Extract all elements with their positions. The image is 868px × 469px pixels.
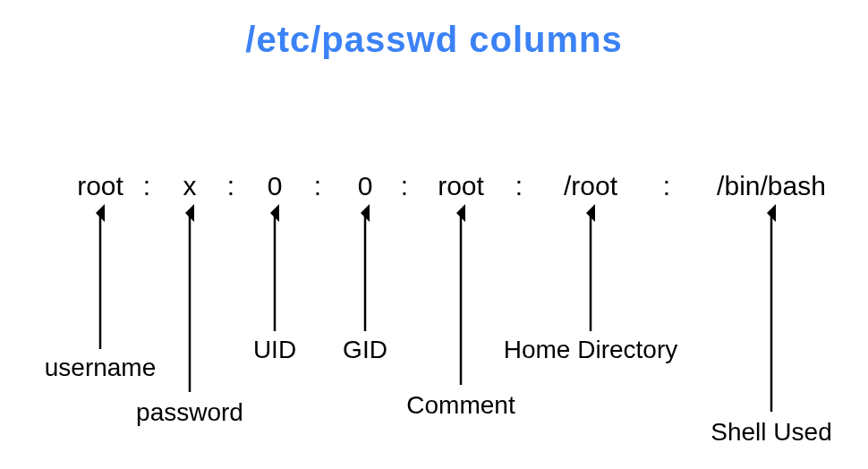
field-uid: 0 xyxy=(268,171,283,200)
passwd-columns-diagram: /etc/passwd columns root : x : 0 : 0 : r… xyxy=(0,0,868,469)
label-shell: Shell Used xyxy=(711,418,831,446)
diagram-title: /etc/passwd columns xyxy=(245,20,622,59)
label-home: Home Directory xyxy=(504,336,677,363)
colon-5: : xyxy=(515,171,523,200)
label-uid: UID xyxy=(253,336,296,363)
field-username: root xyxy=(77,171,123,200)
field-password: x xyxy=(183,171,197,200)
label-comment: Comment xyxy=(406,391,515,419)
colon-4: : xyxy=(401,171,408,200)
field-gid: 0 xyxy=(358,171,373,200)
colon-2: : xyxy=(227,171,234,200)
colon-1: : xyxy=(143,171,150,200)
colon-3: : xyxy=(314,171,321,200)
field-home: /root xyxy=(564,171,618,200)
label-gid: GID xyxy=(343,336,387,363)
field-comment: root xyxy=(438,171,484,200)
field-shell: /bin/bash xyxy=(717,171,826,200)
colon-6: : xyxy=(663,171,670,200)
label-username: username xyxy=(45,354,157,381)
label-password: password xyxy=(136,398,243,426)
